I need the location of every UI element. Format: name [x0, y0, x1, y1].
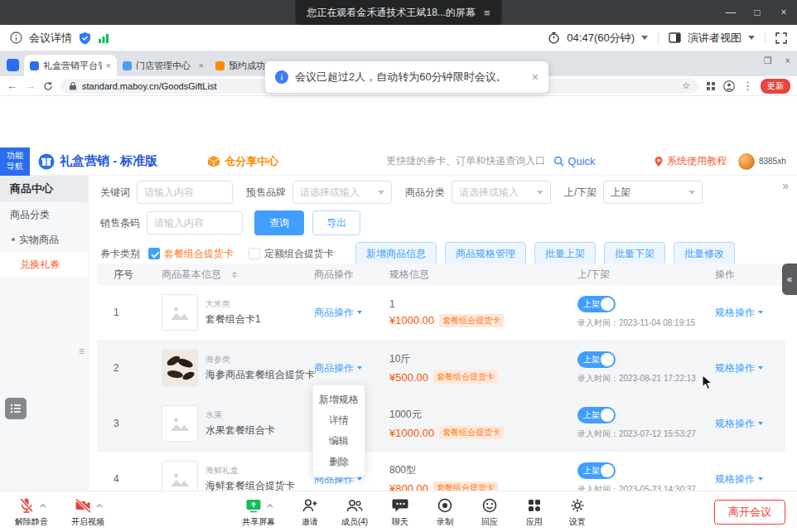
profile-icon[interactable] — [723, 80, 735, 92]
floating-list-widget[interactable] — [5, 398, 27, 419]
bookmark-star-icon[interactable]: ☆ — [682, 80, 690, 91]
meeting-timer[interactable]: 04:47(60分钟) — [567, 31, 635, 46]
shield-check-icon[interactable] — [79, 31, 91, 45]
browser-tab-2[interactable]: 门店管理中心 × — [117, 55, 210, 76]
page-header: 功能 导航 礼盒营销 - 标准版 仓分享中心 更快捷的券卡、订单和快递查询入口 … — [0, 148, 797, 176]
image-placeholder-icon — [169, 303, 191, 322]
members-button[interactable]: 成员(4) — [331, 496, 378, 528]
share-center-link[interactable]: 仓分享中心 — [207, 154, 278, 169]
shelf-toggle[interactable]: 上架 — [577, 351, 616, 368]
control-label: 设置 — [569, 516, 586, 528]
side-panel-expander[interactable] — [782, 264, 797, 295]
start-video-button[interactable]: 开启视频 — [61, 496, 114, 528]
collapse-filters-icon[interactable] — [782, 179, 789, 192]
view-mode-label[interactable]: 演讲者视图 — [688, 31, 741, 46]
fixed-card-checkbox[interactable] — [249, 248, 260, 259]
invite-button[interactable]: 邀请 — [287, 496, 333, 528]
notice-close-icon[interactable]: × — [532, 70, 539, 84]
keyword-label: 关键词 — [100, 186, 130, 200]
view-caret-icon[interactable] — [748, 36, 755, 40]
fullscreen-icon[interactable] — [775, 32, 787, 44]
window-controls: — □ × — [717, 0, 797, 25]
chevron-up-icon[interactable] — [267, 504, 273, 508]
meeting-details[interactable]: 会议详情 — [10, 31, 109, 46]
browser-logo-icon[interactable] — [7, 59, 19, 71]
combo-card-checkbox-label[interactable]: 套餐组合提货卡 — [164, 247, 234, 261]
spec-manage-button[interactable]: 商品规格管理 — [445, 242, 526, 265]
spec-op-link[interactable]: 规格操作 — [715, 361, 763, 375]
product-image-placeholder — [162, 294, 198, 331]
menu-item-details[interactable]: 详情 — [313, 410, 365, 431]
apps-button[interactable]: 应用 — [514, 496, 555, 528]
record-button[interactable]: 录制 — [424, 496, 466, 528]
batch-edit-button[interactable]: 批量修改 — [674, 242, 735, 265]
browser-restore-button[interactable]: ❐ — [764, 56, 772, 66]
avatar[interactable] — [738, 153, 755, 170]
forward-icon[interactable]: → — [25, 80, 36, 91]
browser-menu-icon[interactable]: ⋮ — [742, 80, 753, 91]
row-seq: 3 — [97, 418, 153, 429]
sort-icon[interactable] — [232, 271, 237, 278]
browser-tab-1[interactable]: 礼盒营销平台管理中心 × — [24, 55, 117, 76]
product-op-link[interactable]: 商品操作 — [314, 306, 362, 320]
product-category: 大米类 — [205, 298, 261, 310]
timer-caret-icon[interactable] — [641, 36, 648, 40]
keyword-input[interactable] — [137, 181, 233, 204]
category-select[interactable]: 请选择或输入 — [452, 181, 551, 204]
tab-close-icon[interactable]: × — [199, 60, 204, 70]
menu-item-delete[interactable]: 删除 — [313, 452, 365, 472]
unmute-button[interactable]: 解除静音 — [5, 496, 58, 528]
chevron-up-icon[interactable] — [40, 504, 46, 508]
spec-op-label: 规格操作 — [715, 361, 755, 375]
quick-search-link[interactable]: Quick — [553, 155, 595, 167]
batch-off-shelf-button[interactable]: 批量下架 — [604, 242, 665, 265]
combo-card-checkbox[interactable] — [148, 248, 160, 259]
sidebar-item-gift-vouchers[interactable]: 兑换礼券 — [0, 252, 88, 277]
barcode-input[interactable] — [147, 211, 243, 235]
spec-op-link[interactable]: 规格操作 — [715, 306, 763, 320]
function-nav-tab[interactable]: 功能 导航 — [0, 148, 30, 176]
fixed-card-checkbox-label[interactable]: 定额组合提货卡 — [264, 247, 334, 261]
reactions-button[interactable]: 回应 — [469, 496, 510, 528]
export-button[interactable]: 导出 — [312, 210, 360, 235]
chat-button[interactable]: 聊天 — [379, 496, 421, 528]
sidebar-section-product-center[interactable]: 商品中心 — [0, 176, 88, 202]
shelf-toggle[interactable]: 上架 — [577, 462, 616, 479]
leave-meeting-button[interactable]: 离开会议 — [714, 500, 785, 525]
spec-op-link[interactable]: 规格操作 — [715, 417, 763, 431]
product-op-link[interactable]: 商品操作 — [314, 361, 362, 375]
sidebar-grip-icon[interactable] — [79, 346, 85, 357]
sidebar-item-categories[interactable]: 商品分类 — [0, 202, 88, 227]
minimize-button[interactable]: — — [717, 0, 744, 25]
chevron-up-icon[interactable] — [96, 504, 103, 508]
shelf-toggle-label: 上架 — [583, 465, 600, 476]
shared-browser-window: 礼盒营销平台管理中心 × 门店管理中心 × 预约成功 × × × — [0, 51, 797, 491]
table-row: 1 大米类 套餐组合卡1 商品操作 — [97, 285, 785, 341]
tutorial-link[interactable]: 系统使用教程 — [654, 154, 727, 168]
menu-item-edit[interactable]: 编辑 — [313, 431, 365, 452]
menu-item-add-spec[interactable]: 新增规格 — [313, 389, 365, 410]
extensions-icon[interactable] — [706, 81, 716, 91]
tab-close-icon[interactable]: × — [106, 60, 111, 70]
hamburger-icon[interactable] — [484, 7, 490, 19]
batch-on-shelf-button[interactable]: 批量上架 — [534, 242, 596, 265]
add-product-button[interactable]: 新增商品信息 — [355, 242, 437, 265]
update-badge[interactable]: 更新 — [761, 79, 790, 94]
maximize-button[interactable]: □ — [744, 0, 770, 25]
product-op-label: 商品操作 — [314, 306, 354, 320]
filter-row-1: 关键词 预售品牌 请选择或输入 商品分类 请选择或输入 上/下架 上架 — [100, 181, 703, 204]
spec-op-link[interactable]: 规格操作 — [715, 472, 763, 486]
browser-close-button[interactable]: × — [785, 56, 790, 66]
shelf-toggle[interactable]: 上架 — [577, 407, 616, 423]
shelf-toggle[interactable]: 上架 — [577, 296, 616, 312]
close-button[interactable]: × — [770, 0, 797, 25]
refresh-icon[interactable] — [43, 81, 53, 91]
search-button[interactable]: 查询 — [254, 210, 304, 235]
back-icon[interactable]: ← — [7, 80, 17, 91]
username[interactable]: 8385xh — [759, 157, 790, 167]
settings-button[interactable]: 设置 — [557, 496, 598, 528]
shelf-select[interactable]: 上架 — [603, 181, 703, 204]
share-screen-button[interactable]: 共享屏幕 — [232, 496, 285, 528]
sidebar-item-physical-goods[interactable]: 实物商品 — [0, 227, 88, 252]
brand-select[interactable]: 请选择或输入 — [292, 181, 392, 204]
